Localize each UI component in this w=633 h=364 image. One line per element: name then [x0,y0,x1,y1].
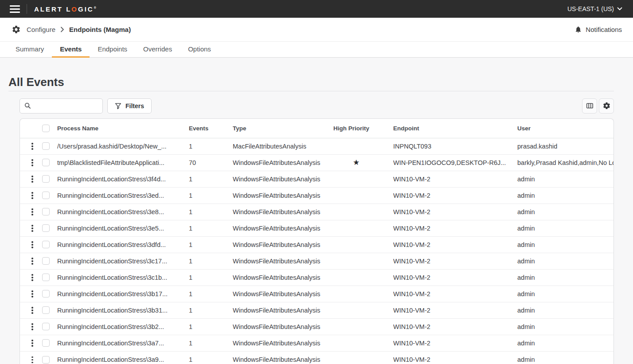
row-checkbox[interactable] [42,142,50,150]
endpoint-cell: WIN10-VM-2 [393,307,517,314]
process-name-cell: RunningIncidentLocationStress\3e5... [57,225,189,232]
row-checkbox[interactable] [42,241,50,248]
brand-text: ALERT L [34,5,71,13]
tab-events[interactable]: Events [52,42,90,58]
notifications-button[interactable]: Notifications [574,25,622,34]
process-name-cell: RunningIncidentLocationStress\3b31... [57,307,189,314]
user-cell: barkly,Prasad Kashid,admin,No Lo [517,159,613,166]
page-title: All Events [8,76,614,88]
row-checkbox[interactable] [42,306,50,314]
row-menu-kebab-icon[interactable] [20,319,39,335]
row-checkbox[interactable] [42,208,50,215]
search-box[interactable] [20,98,103,114]
row-checkbox-cell [39,356,57,364]
table-row[interactable]: RunningIncidentLocationStress\3c17...1Wi… [20,253,613,270]
topbar-divider [27,4,27,14]
breadcrumb: Configure Endpoints (Magma) Notification… [0,18,633,42]
tab-summary[interactable]: Summary [8,42,52,58]
tab-endpoints[interactable]: Endpoints [90,42,135,58]
row-menu-kebab-icon[interactable] [20,204,39,220]
filter-funnel-icon [115,102,121,110]
search-icon [24,102,31,109]
header-endpoint[interactable]: Endpoint [393,125,517,132]
row-menu-kebab-icon[interactable] [20,237,39,253]
row-checkbox-cell [39,224,57,232]
row-menu-kebab-icon[interactable] [20,253,39,269]
user-cell: prasad.kashid [517,143,613,150]
header-process-name[interactable]: Process Name [57,125,189,132]
events-count-cell: 1 [189,143,233,150]
row-menu-kebab-icon[interactable] [20,220,39,236]
row-menu-kebab-icon[interactable] [20,270,39,286]
row-checkbox[interactable] [42,323,50,330]
events-count-cell: 1 [189,208,233,215]
row-menu-kebab-icon[interactable] [20,352,39,364]
type-cell: WindowsFileAttributesAnalysis [233,192,333,199]
hamburger-menu-icon[interactable] [10,4,20,15]
row-menu-kebab-icon[interactable] [20,171,39,187]
filters-button[interactable]: Filters [107,98,152,114]
endpoint-cell: WIN10-VM-2 [393,340,517,347]
events-count-cell: 1 [189,241,233,248]
search-input[interactable] [34,102,114,110]
row-checkbox-cell [39,208,57,215]
endpoint-cell: INPNQLT093 [393,143,517,150]
header-type[interactable]: Type [233,125,333,132]
select-all-checkbox[interactable] [42,125,50,132]
header-high-priority[interactable]: High Priority [333,125,393,132]
title-divider [8,91,614,91]
row-checkbox[interactable] [42,339,50,347]
high-priority-cell: ★ [333,159,393,166]
header-user[interactable]: User [517,125,613,132]
table-row[interactable]: RunningIncidentLocationStress\3e8...1Win… [20,204,613,220]
tab-options[interactable]: Options [180,42,219,58]
region-selector[interactable]: US-EAST-1 (US) [567,5,622,12]
row-checkbox-cell [39,192,57,199]
events-count-cell: 1 [189,340,233,347]
row-menu-kebab-icon[interactable] [20,335,39,351]
table-row[interactable]: RunningIncidentLocationStress\3b17...1Wi… [20,286,613,302]
type-cell: WindowsFileAttributesAnalysis [233,307,333,314]
table-row[interactable]: RunningIncidentLocationStress\3c1b...1Wi… [20,270,613,286]
table-row[interactable]: RunningIncidentLocationStress\3a9...1Win… [20,352,613,364]
row-checkbox-cell [39,175,57,183]
process-name-cell: RunningIncidentLocationStress\3c17... [57,258,189,265]
events-count-cell: 1 [189,323,233,330]
table-row[interactable]: RunningIncidentLocationStress\3a7...1Win… [20,335,613,352]
row-checkbox[interactable] [42,192,50,199]
table-row[interactable]: RunningIncidentLocationStress\3dfd...1Wi… [20,237,613,253]
row-menu-kebab-icon[interactable] [20,138,39,154]
row-menu-kebab-icon[interactable] [20,302,39,318]
breadcrumb-configure-link[interactable]: Configure [27,26,55,33]
table-settings-button[interactable] [599,98,614,114]
endpoint-cell: WIN10-VM-2 [393,192,517,199]
user-cell: admin [517,192,613,199]
row-menu-kebab-icon[interactable] [20,188,39,204]
table-row[interactable]: RunningIncidentLocationStress\3ed...1Win… [20,188,613,204]
table-header-row: Process Name Events Type High Priority E… [20,119,613,138]
tab-overrides[interactable]: Overrides [135,42,180,58]
columns-button[interactable] [582,98,597,114]
row-checkbox[interactable] [42,159,50,166]
table-row[interactable]: RunningIncidentLocationStress\3b31...1Wi… [20,302,613,319]
row-menu-kebab-icon[interactable] [20,286,39,302]
chevron-right-icon [60,27,64,32]
row-menu-kebab-icon[interactable] [20,155,39,171]
endpoint-cell: WIN10-VM-2 [393,290,517,297]
row-checkbox-cell [39,142,57,150]
endpoint-cell: WIN10-VM-2 [393,323,517,330]
table-row[interactable]: RunningIncidentLocationStress\3e5...1Win… [20,220,613,237]
header-events[interactable]: Events [189,125,233,132]
type-cell: WindowsFileAttributesAnalysis [233,258,333,265]
row-checkbox[interactable] [42,224,50,232]
row-checkbox[interactable] [42,356,50,364]
table-row[interactable]: /Users/prasad.kashid/Desktop/New_...1Mac… [20,138,613,155]
row-checkbox[interactable] [42,257,50,265]
row-checkbox[interactable] [42,175,50,183]
table-row[interactable]: RunningIncidentLocationStress\3b2...1Win… [20,319,613,335]
endpoint-cell: WIN10-VM-2 [393,356,517,363]
row-checkbox[interactable] [42,290,50,297]
row-checkbox[interactable] [42,274,50,281]
table-row[interactable]: tmp\BlacklistedFileAttributeApplicati...… [20,155,613,171]
table-row[interactable]: RunningIncidentLocationStress\3f4d...1Wi… [20,171,613,188]
